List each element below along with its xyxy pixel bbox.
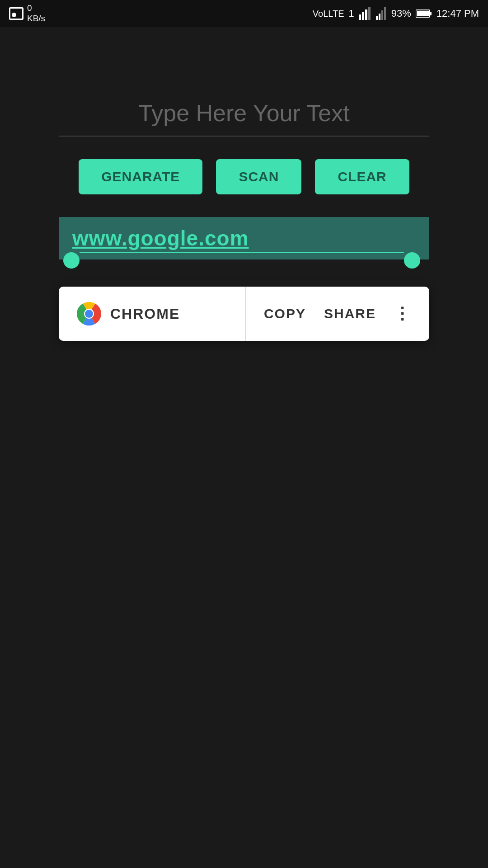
chrome-option[interactable]: CHROME <box>59 287 246 341</box>
context-menu: CHROME COPY SHARE ⋮ <box>59 287 429 341</box>
svg-rect-7 <box>384 7 386 20</box>
status-bar: 0KB/s VoLLTE 1 93% 12:47 PM <box>0 0 488 27</box>
signal-bars-icon <box>359 7 371 20</box>
input-area[interactable]: Type Here Your Text <box>59 99 429 137</box>
selection-handle-left[interactable] <box>63 252 80 269</box>
svg-point-13 <box>85 310 93 318</box>
buttons-row: GENARATE SCAN CLEAR <box>79 159 409 194</box>
status-left: 0KB/s <box>9 3 45 24</box>
copy-action[interactable]: COPY <box>264 306 306 321</box>
svg-rect-10 <box>417 11 429 16</box>
svg-rect-4 <box>376 16 378 20</box>
svg-rect-6 <box>381 10 383 20</box>
selection-underline <box>80 252 404 253</box>
svg-rect-2 <box>365 9 367 20</box>
signal-type: VoLLTE <box>313 9 344 19</box>
generate-button[interactable]: GENARATE <box>79 159 202 194</box>
clear-button[interactable]: CLEAR <box>315 159 409 194</box>
more-options-icon[interactable]: ⋮ <box>394 304 411 323</box>
input-placeholder: Type Here Your Text <box>59 99 429 127</box>
chrome-logo-icon <box>77 302 101 326</box>
selected-text: www.google.com <box>72 226 249 250</box>
svg-rect-0 <box>359 14 361 20</box>
battery-percent: 93% <box>391 8 411 19</box>
svg-rect-1 <box>362 12 364 20</box>
scan-button[interactable]: SCAN <box>216 159 301 194</box>
gallery-icon <box>9 7 23 20</box>
chrome-label: CHROME <box>110 306 180 322</box>
main-content: Type Here Your Text GENARATE SCAN CLEAR … <box>0 27 488 341</box>
share-action[interactable]: SHARE <box>324 306 376 321</box>
status-right: VoLLTE 1 93% 12:47 PM <box>313 7 479 20</box>
selection-handle-right[interactable] <box>404 252 420 269</box>
context-menu-actions: COPY SHARE ⋮ <box>246 304 429 323</box>
time: 12:47 PM <box>436 8 479 19</box>
cell-signal-icon <box>376 7 387 20</box>
svg-rect-9 <box>430 12 432 15</box>
text-display-container: www.google.com <box>59 217 429 259</box>
battery-icon <box>416 9 432 18</box>
data-speed: 0KB/s <box>27 3 45 24</box>
svg-rect-3 <box>368 7 371 20</box>
sim-slot: 1 <box>349 8 354 19</box>
svg-rect-5 <box>379 14 380 20</box>
